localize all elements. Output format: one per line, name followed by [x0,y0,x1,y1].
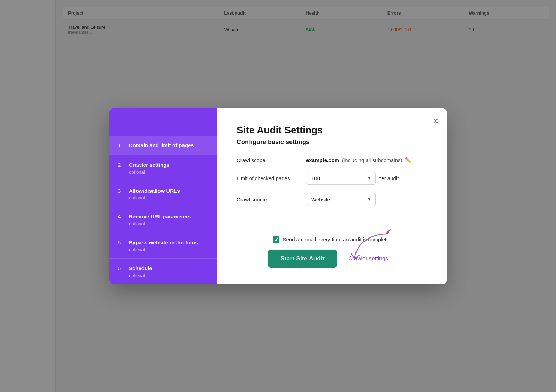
sidebar-step-1[interactable]: 1 Domain and limit of pages [109,136,217,156]
per-audit-label: per audit [378,175,399,181]
sidebar-step-3[interactable]: 3 Allow/disallow URLs optional [109,181,217,207]
limit-pages-value: 100 500 1000 5000 10000 20000 50000 1000… [306,172,399,185]
modal-title: Site Audit Settings [237,125,427,136]
crawl-source-row: Crawl source Website Sitemap Website and… [237,193,427,206]
footer-actions: Start Site Audit Crawler settings → [237,250,427,268]
crawler-settings-link[interactable]: Crawler settings → [348,256,396,262]
email-notification-row: Send an email every time an audit is com… [237,236,427,243]
email-notification-checkbox[interactable] [273,236,279,243]
crawl-source-label: Crawl source [237,197,299,202]
modal-overlay: 1 Domain and limit of pages 2 Crawler se… [0,0,556,392]
crawler-settings-link-text: Crawler settings [348,256,388,262]
crawl-scope-label: Crawl scope [237,157,299,163]
limit-select[interactable]: 100 500 1000 5000 10000 20000 50000 1000… [306,172,376,185]
limit-select-wrapper: 100 500 1000 5000 10000 20000 50000 1000… [306,172,376,185]
sidebar-step-5[interactable]: 5 Bypass website restrictions optional [109,233,217,259]
sidebar-step-4[interactable]: 4 Remove URL parameters optional [109,207,217,233]
modal-main-content: × Site Audit Settings Configure basic se… [217,108,447,284]
crawl-scope-value: example.com (including all subdomains) ✏… [306,157,412,164]
limit-pages-row: Limit of checked pages 100 500 1000 5000… [237,172,427,185]
limit-pages-label: Limit of checked pages [237,175,299,181]
crawl-scope-suffix: (including all subdomains) [342,157,402,163]
email-notification-label: Send an email every time an audit is com… [283,236,391,242]
start-site-audit-button[interactable]: Start Site Audit [268,250,337,268]
crawl-scope-row: Crawl scope example.com (including all s… [237,157,427,164]
modal-subtitle: Configure basic settings [237,139,427,146]
modal-footer: Send an email every time an audit is com… [237,223,427,268]
close-button[interactable]: × [433,116,438,125]
crawl-source-select[interactable]: Website Sitemap Website and Sitemap [306,193,376,206]
crawler-settings-arrow-icon: → [390,256,396,262]
modal-sidebar: 1 Domain and limit of pages 2 Crawler se… [109,108,217,284]
sidebar-step-6[interactable]: 6 Schedule optional [109,259,217,284]
crawl-scope-domain: example.com [306,157,339,163]
sidebar-step-2[interactable]: 2 Crawler settings optional [109,155,217,181]
edit-crawl-scope-icon[interactable]: ✏️ [405,157,412,164]
crawl-source-value: Website Sitemap Website and Sitemap ▼ [306,193,376,206]
site-audit-settings-modal: 1 Domain and limit of pages 2 Crawler se… [109,108,447,284]
crawl-source-select-wrapper: Website Sitemap Website and Sitemap ▼ [306,193,376,206]
